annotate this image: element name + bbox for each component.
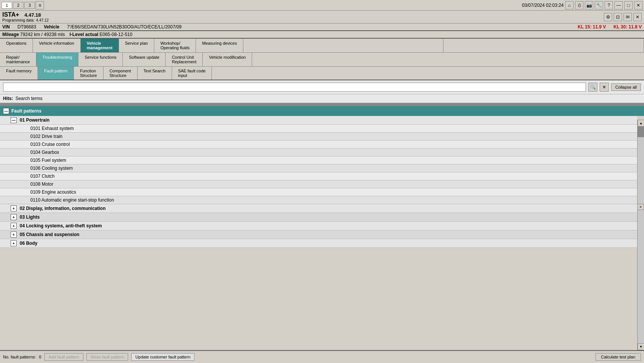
mail-icon-btn[interactable]: ✉ [624,13,632,21]
nav-sae-fault[interactable]: SAE fault codeinput [172,67,212,80]
scroll-down-btn[interactable]: ▼ [638,343,644,350]
show-fault-pattern-btn[interactable]: Show fault pattern [86,353,128,361]
mileage-label: Mileage [2,32,19,37]
tree-item-0109[interactable]: 0109 Engine acoustics [0,188,637,196]
settings-icon-btn[interactable]: ⚙ [604,13,612,21]
fault-patterns-header: — Fault patterns [0,106,644,116]
kl30-display: KL 30: 11.8 V [613,24,642,30]
nav-row1: Operations Vehicle information Vehiclema… [0,39,644,53]
help-icon-btn[interactable]: ? [605,1,613,9]
tree-item-0105[interactable]: 0105 Fuel system [0,156,637,164]
minimize-icon-btn[interactable]: — [614,1,623,9]
nav-fault-pattern[interactable]: Fault pattern [38,67,74,80]
expand-02-btn[interactable]: + [11,205,17,211]
nav-troubleshooting[interactable]: Troubleshooting [36,53,78,66]
nav-fault-memory[interactable]: Fault memory [0,67,38,80]
fault-patterns-title: Fault patterns [11,108,41,114]
scroll-track [638,127,644,343]
no-fault-value: 0 [39,355,41,359]
tree-item-01[interactable]: — 01 Powertrain [0,116,637,125]
scroll-thumb[interactable] [638,127,644,137]
tree-item-06[interactable]: + 06 Body [0,239,637,248]
search-input[interactable] [3,83,586,92]
network-icon-btn[interactable]: ⊡ [614,13,622,21]
scroll-up-btn[interactable]: ▲ [638,120,644,127]
tree-item-0107[interactable]: 0107 Clutch [0,172,637,180]
tree-item-0102-label: 0102 Drive train [30,134,63,139]
tree-item-0102[interactable]: 0102 Drive train [0,133,637,141]
nav-service-func[interactable]: Service functions [78,53,123,66]
nav-vehicle-mod[interactable]: Vehicle modification [203,53,252,66]
nav-component-structure[interactable]: ComponentStructure [103,67,138,80]
nav-row3: Fault memory Fault pattern FunctionStruc… [0,67,644,80]
maximize-icon-btn[interactable]: □ [624,1,633,9]
vertical-scrollbar[interactable]: ▲ ▼ [637,120,644,350]
tree-item-02[interactable]: + 02 Display, information, communication [0,204,637,213]
main-layout: 1 2 3 ≡ 03/07/2024 02:03:24 ⌂ ⎙ 📷 🔧 ? — … [0,0,644,363]
nav-repair[interactable]: Repair/maintenance [0,53,36,66]
calculate-test-plan-btn[interactable]: Calculate test plan [595,353,641,361]
nav-empty2 [443,39,644,52]
collapse-all-button[interactable]: Collapse all [611,83,641,91]
expand-03-btn[interactable]: + [11,214,17,220]
camera-icon-btn[interactable]: 📷 [585,1,593,9]
nav-workshop[interactable]: Workshop/Operating fluids [154,39,196,52]
wrench-icon-btn[interactable]: 🔧 [595,1,603,9]
top-bar-right: 03/07/2024 02:03:24 ⌂ ⎙ 📷 🔧 ? — □ ✕ [522,1,642,9]
window-tab-3[interactable]: 3 [24,2,35,9]
search-icon-btn[interactable]: 🔍 [588,83,597,92]
list-icon[interactable]: ≡ [36,1,44,9]
nav-operations[interactable]: Operations [0,39,33,52]
vehicle-desc: 7'/E66/SEDAN/730LI/N52B30O0/AUTO/ECE/LL/… [67,24,182,30]
hits-label: Hits: [3,96,13,101]
window-tab-1[interactable]: 1 [2,2,12,9]
nav-service-plan[interactable]: Service plan [119,39,155,52]
nav-text-search[interactable]: Text Search [138,67,172,80]
tree-item-0103[interactable]: 0103 Cruise control [0,141,637,149]
nav-software-update[interactable]: Software update [123,53,166,66]
hits-row: Hits: Search terms [0,94,644,103]
print-icon-btn[interactable]: ⎙ [575,1,583,9]
no-fault-label: No. fault patterns: [3,355,36,359]
nav-vehicle-info[interactable]: Vehicle information [33,39,81,52]
search-terms-label: Search terms [16,96,42,101]
expand-06-btn[interactable]: + [11,240,17,246]
tree-item-0104[interactable]: 0104 Gearbox [0,149,637,156]
tree-item-0108[interactable]: 0108 Motor [0,180,637,188]
app-version: 4.47.18 [25,12,41,18]
tree-item-0106[interactable]: 0106 Cooling system [0,164,637,172]
collapse-01-btn[interactable]: — [11,117,17,123]
app-logo: ISTA+ [2,11,19,18]
expand-05-btn[interactable]: + [11,232,17,238]
ilevel-value: E065-08-12-510 [99,32,132,37]
nav-measuring[interactable]: Measuring devices [196,39,243,52]
tree-item-05[interactable]: + 05 Chassis and suspension [0,230,637,239]
prog-data-label: Programming data: [2,18,34,22]
tree-item-0106-label: 0106 Cooling system [30,166,73,171]
close2-icon-btn[interactable]: ✕ [633,13,642,21]
tree-item-0108-label: 0108 Motor [30,182,53,187]
nav-func-structure[interactable]: FunctionStructure [74,67,103,80]
nav-ctrl-unit[interactable]: Control UnitReplacement [166,53,203,66]
clear-search-btn[interactable]: ✕ [600,83,609,92]
add-fault-pattern-btn[interactable]: Add fault pattern [44,353,83,361]
collapse-fault-btn[interactable]: — [3,108,9,114]
tree-item-03-label: 03 Lights [20,214,40,220]
nav-row3-spacer [212,67,644,80]
tree-item-0110[interactable]: 0110 Automatic engine start-stop functio… [0,196,637,204]
tree-item-0110-label: 0110 Automatic engine start-stop functio… [30,197,114,203]
tree-item-0101[interactable]: 0101 Exhaust system [0,125,637,133]
tree-item-04[interactable]: + 04 Locking systems, anti-theft system [0,222,637,230]
tree-scroll-area[interactable]: — 01 Powertrain 0101 Exhaust system 0102… [0,116,644,302]
expand-04-btn[interactable]: + [11,223,17,229]
home-icon-btn[interactable]: ⌂ [565,1,573,9]
tree-item-03[interactable]: + 03 Lights [0,213,637,222]
window-tab-2[interactable]: 2 [13,2,24,9]
nav-vehicle-mgmt[interactable]: Vehiclemanagement [81,39,119,52]
window-tab-bar: 1 2 3 ≡ 03/07/2024 02:03:24 ⌂ ⎙ 📷 🔧 ? — … [0,0,644,11]
app-header: ISTA+ 4.47.18 Programming data: 4.47.12 … [0,11,644,23]
tree-item-0104-label: 0104 Gearbox [30,150,59,155]
update-customer-fault-btn[interactable]: Update customer fault pattern [131,353,194,361]
close-icon-btn[interactable]: ✕ [634,1,642,9]
vin-value: DT96683 [17,24,36,30]
